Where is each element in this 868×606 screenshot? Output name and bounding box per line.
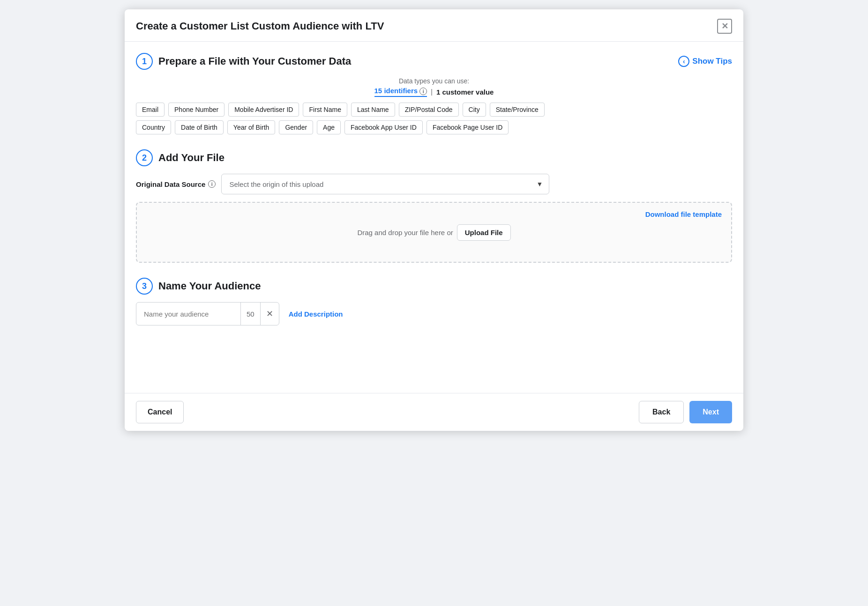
tag-last-name: Last Name (351, 103, 395, 117)
data-types-info: Data types you can use: 15 identifiers i… (136, 77, 732, 97)
back-button[interactable]: Back (639, 401, 684, 423)
tag-gender: Gender (279, 120, 313, 134)
data-source-label: Original Data Source i (136, 180, 216, 188)
step3-title: Name Your Audience (158, 280, 261, 292)
tag-mobile-advertiser-id: Mobile Advertiser ID (228, 103, 299, 117)
tag-fb-page-user-id: Facebook Page User ID (427, 120, 509, 134)
modal-title: Create a Customer List Custom Audience w… (136, 20, 384, 32)
customer-value-label: 1 customer value (436, 88, 494, 96)
data-source-info-icon[interactable]: i (208, 180, 216, 188)
identifiers-row: 15 identifiers i | 1 customer value (136, 87, 732, 97)
next-button[interactable]: Next (689, 401, 732, 423)
char-count: 50 (240, 303, 260, 325)
step2-header: 2 Add Your File (136, 149, 732, 166)
identifiers-info-icon[interactable]: i (419, 88, 427, 95)
tag-email: Email (136, 103, 165, 117)
identifiers-label: 15 identifiers (374, 87, 418, 95)
upload-file-button[interactable]: Upload File (457, 224, 511, 241)
data-source-label-text: Original Data Source (136, 180, 205, 188)
origin-select[interactable]: Select the origin of this upload (221, 174, 549, 194)
close-button[interactable]: ✕ (717, 19, 732, 34)
modal-container: Create a Customer List Custom Audience w… (125, 9, 743, 431)
separator: | (431, 88, 433, 96)
add-description-link[interactable]: Add Description (289, 310, 343, 318)
tags-row-1: Email Phone Number Mobile Advertiser ID … (136, 103, 732, 117)
tag-state: State/Province (490, 103, 545, 117)
tags-row-2: Country Date of Birth Year of Birth Gend… (136, 120, 732, 134)
download-template-link[interactable]: Download file template (645, 210, 722, 218)
origin-select-wrapper: Select the origin of this upload ▼ (221, 174, 549, 194)
drop-text: Drag and drop your file here or Upload F… (357, 224, 510, 241)
tag-country: Country (136, 120, 171, 134)
cancel-button[interactable]: Cancel (136, 401, 184, 423)
identifiers-badge: 15 identifiers i (374, 87, 427, 97)
tag-phone: Phone Number (168, 103, 224, 117)
footer-right: Back Next (639, 401, 732, 423)
step3-section: 3 Name Your Audience 50 ✕ Add Descriptio… (136, 278, 732, 325)
step1-section: 1 Prepare a File with Your Customer Data… (136, 53, 732, 134)
tag-dob: Date of Birth (175, 120, 224, 134)
tag-age: Age (317, 120, 341, 134)
clear-audience-button[interactable]: ✕ (260, 303, 279, 325)
modal-footer: Cancel Back Next (125, 393, 743, 431)
tag-first-name: First Name (303, 103, 347, 117)
tag-city: City (463, 103, 486, 117)
step2-circle: 2 (136, 149, 153, 166)
show-tips-label: Show Tips (692, 57, 732, 66)
modal-body: 1 Prepare a File with Your Customer Data… (125, 42, 743, 393)
step3-circle: 3 (136, 278, 153, 295)
step1-circle: 1 (136, 53, 153, 70)
show-tips-icon: ‹ (678, 56, 689, 67)
audience-name-input[interactable] (136, 303, 240, 325)
drag-drop-label: Drag and drop your file here or (357, 229, 453, 236)
step1-title: Prepare a File with Your Customer Data (158, 55, 351, 67)
step3-header: 3 Name Your Audience (136, 278, 732, 295)
audience-row-container: 50 ✕ Add Description (136, 302, 732, 325)
audience-input-row: 50 ✕ (136, 302, 279, 325)
tag-yob: Year of Birth (227, 120, 276, 134)
show-tips-button[interactable]: ‹ Show Tips (678, 56, 732, 67)
step2-section: 2 Add Your File Original Data Source i S… (136, 149, 732, 263)
data-types-label: Data types you can use: (136, 77, 732, 85)
drop-zone[interactable]: Download file template Drag and drop you… (136, 202, 732, 263)
tag-zip: ZIP/Postal Code (399, 103, 459, 117)
tag-fb-app-user-id: Facebook App User ID (344, 120, 423, 134)
step1-header: 1 Prepare a File with Your Customer Data… (136, 53, 732, 70)
step2-title: Add Your File (158, 152, 224, 164)
data-source-row: Original Data Source i Select the origin… (136, 174, 732, 194)
modal-header: Create a Customer List Custom Audience w… (125, 9, 743, 42)
